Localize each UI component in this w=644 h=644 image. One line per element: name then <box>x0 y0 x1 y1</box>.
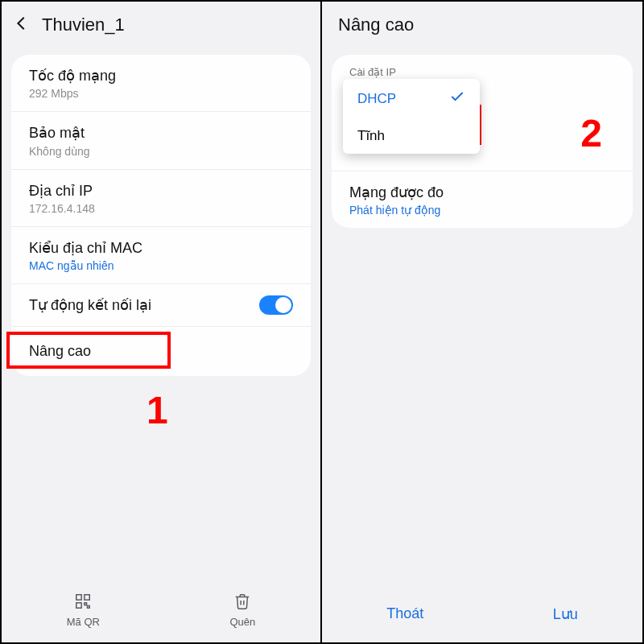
qr-icon <box>74 592 92 613</box>
dropdown-option-static[interactable]: Tĩnh <box>343 118 480 154</box>
row-title: Tốc độ mạng <box>29 66 293 85</box>
row-value: 292 Mbps <box>29 87 293 100</box>
forget-label: Quên <box>229 616 255 628</box>
row-title: Tự động kết nối lại <box>29 295 151 315</box>
row-ip-address[interactable]: Địa chỉ IP 172.16.4.148 <box>11 170 311 227</box>
save-label: Lưu <box>553 605 578 623</box>
svg-rect-2 <box>76 603 81 608</box>
row-mac-type[interactable]: Kiểu địa chỉ MAC MAC ngẫu nhiên <box>11 227 311 284</box>
row-title: Địa chỉ IP <box>29 181 293 200</box>
option-label: DHCP <box>357 91 396 107</box>
header: Nâng cao <box>322 2 642 50</box>
option-label: Tĩnh <box>357 128 385 144</box>
row-value: Phát hiện tự động <box>349 204 615 217</box>
qr-label: Mã QR <box>67 616 100 628</box>
check-icon <box>449 89 465 109</box>
back-icon[interactable] <box>13 14 31 35</box>
trash-icon <box>233 592 251 613</box>
row-network-speed[interactable]: Tốc độ mạng 292 Mbps <box>11 55 311 112</box>
row-title: Bảo mật <box>29 123 293 142</box>
svg-rect-4 <box>88 606 90 609</box>
row-title: Kiểu địa chỉ MAC <box>29 238 293 258</box>
row-title: Mạng được đo <box>349 183 615 202</box>
dropdown-option-dhcp[interactable]: DHCP <box>343 79 480 118</box>
bottom-bar: Thoát Lưu <box>322 589 642 642</box>
qr-button[interactable]: Mã QR <box>67 592 100 628</box>
forget-button[interactable]: Quên <box>229 592 255 628</box>
row-value: MAC ngẫu nhiên <box>29 259 293 272</box>
row-title: Nâng cao <box>29 341 293 361</box>
page-title: Thuvien_1 <box>42 14 125 35</box>
settings-card: Tốc độ mạng 292 Mbps Bảo mật Không dùng … <box>11 55 311 376</box>
exit-label: Thoát <box>386 605 423 622</box>
svg-rect-0 <box>76 595 81 600</box>
annotation-step-number: 1 <box>147 388 168 432</box>
row-advanced[interactable]: Nâng cao <box>11 327 311 375</box>
row-auto-reconnect[interactable]: Tự động kết nối lại <box>11 284 311 327</box>
settings-card: Cài đặt IP DHCP Tĩnh Mạng được đo Phát h… <box>332 55 633 228</box>
row-metered-network[interactable]: Mạng được đo Phát hiện tự động <box>332 171 633 228</box>
bottom-bar: Mã QR Quên <box>2 583 320 642</box>
wifi-detail-screen: Thuvien_1 Tốc độ mạng 292 Mbps Bảo mật K… <box>2 2 322 642</box>
row-value: 172.16.4.148 <box>29 202 293 215</box>
toggle-switch[interactable] <box>259 295 293 315</box>
exit-button[interactable]: Thoát <box>386 605 423 623</box>
ip-settings-dropdown: DHCP Tĩnh <box>343 79 480 154</box>
row-value: Không dùng <box>29 145 293 158</box>
svg-rect-1 <box>85 595 89 600</box>
page-title: Nâng cao <box>338 14 414 35</box>
row-security[interactable]: Bảo mật Không dùng <box>11 112 311 169</box>
svg-rect-3 <box>85 603 87 605</box>
header: Thuvien_1 <box>2 2 320 50</box>
advanced-screen: Nâng cao Cài đặt IP DHCP Tĩnh Mạng được … <box>322 2 642 642</box>
save-button[interactable]: Lưu <box>553 605 578 623</box>
